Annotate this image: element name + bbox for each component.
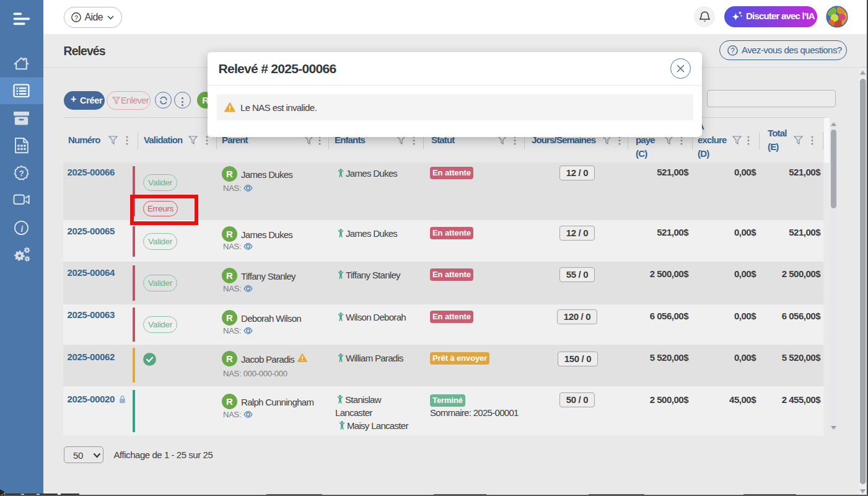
svg-text:?: ? [730,46,735,55]
svg-text:i: i [20,224,23,234]
svg-text:?: ? [74,14,78,21]
svg-text:?: ? [19,169,24,178]
